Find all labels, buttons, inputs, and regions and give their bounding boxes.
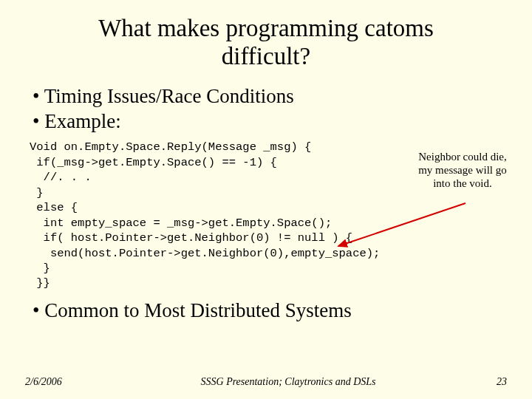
callout-annotation: Neighbor could die, my message will go i… bbox=[417, 150, 508, 190]
slide-footer: 2/6/2006 SSSG Presentation; Claytronics … bbox=[0, 376, 532, 389]
footer-presentation-title: SSSG Presentation; Claytronics and DSLs bbox=[114, 376, 463, 389]
bullet-example: Example: bbox=[30, 109, 502, 134]
slide-title: What makes programming catoms difficult? bbox=[30, 15, 502, 71]
bottom-bullet-list: Common to Most Distributed Systems bbox=[30, 299, 502, 324]
footer-page-number: 23 bbox=[463, 376, 507, 388]
bullet-timing-issues: Timing Issues/Race Conditions bbox=[30, 84, 502, 109]
code-area: Void on.Empty.Space.Reply(Message _msg) … bbox=[30, 140, 502, 291]
top-bullet-list: Timing Issues/Race Conditions Example: bbox=[30, 84, 502, 134]
bullet-common-distributed: Common to Most Distributed Systems bbox=[30, 299, 502, 324]
footer-date: 2/6/2006 bbox=[25, 376, 114, 388]
slide-body: What makes programming catoms difficult?… bbox=[0, 0, 532, 399]
